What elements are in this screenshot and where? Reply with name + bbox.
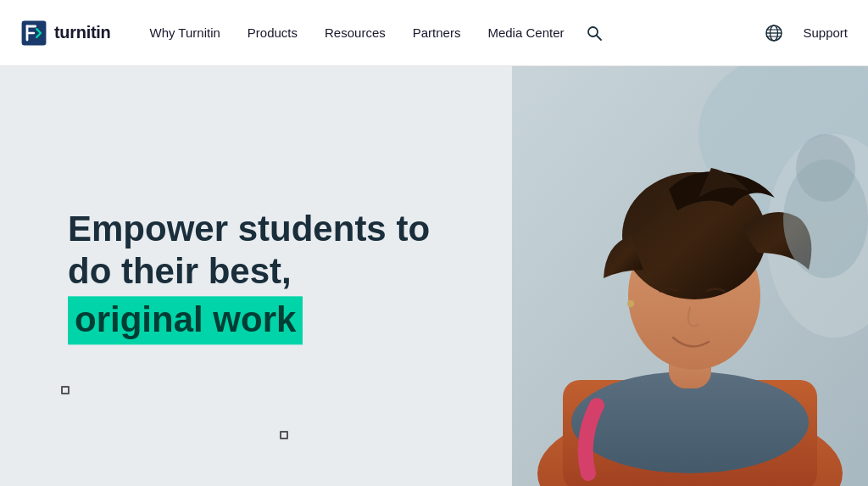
svg-point-1 — [588, 27, 598, 36]
nav-link-resources[interactable]: Resources — [313, 19, 398, 47]
nav-link-products[interactable]: Products — [236, 19, 309, 47]
logo-link[interactable]: turnitin — [20, 20, 110, 47]
hero-headline-line1: Empower students to — [68, 209, 430, 249]
support-link[interactable]: Support — [803, 25, 848, 40]
search-button[interactable] — [579, 18, 609, 48]
turnitin-logo-icon — [20, 20, 47, 47]
nav-link-media-center[interactable]: Media Center — [476, 19, 576, 47]
selection-handle-right — [280, 431, 288, 439]
svg-point-17 — [627, 300, 634, 307]
language-selector[interactable] — [759, 18, 789, 48]
navbar: turnitin Why Turnitin Products Resources… — [0, 0, 868, 66]
hero-section: Empower students to do their best, origi… — [0, 66, 868, 486]
hero-headline: Empower students to do their best, — [68, 208, 430, 293]
nav-link-why-turnitin[interactable]: Why Turnitin — [137, 19, 231, 47]
selection-handle-left — [61, 386, 70, 394]
svg-line-2 — [597, 36, 601, 40]
hero-headline-line2: do their best, — [68, 251, 292, 291]
hero-highlight-container: original work — [68, 293, 303, 345]
nav-right: Support — [759, 18, 848, 48]
hero-person-illustration — [512, 66, 868, 486]
hero-content: Empower students to do their best, origi… — [68, 208, 430, 344]
brand-name: turnitin — [54, 23, 110, 42]
nav-links: Why Turnitin Products Resources Partners… — [137, 18, 759, 48]
hero-image — [512, 66, 868, 486]
svg-point-19 — [796, 134, 855, 202]
search-icon — [586, 25, 603, 42]
globe-icon — [765, 24, 783, 42]
nav-link-partners[interactable]: Partners — [401, 19, 473, 47]
hero-highlight-text: original work — [68, 297, 303, 345]
